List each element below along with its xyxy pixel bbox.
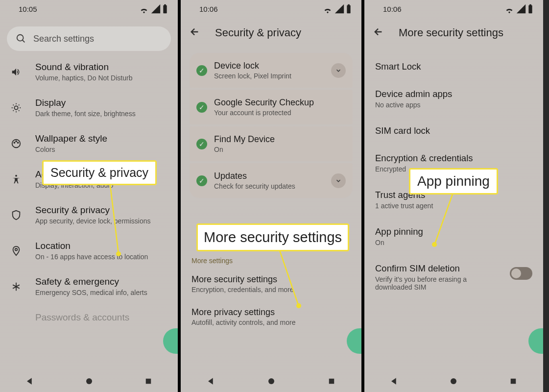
more-security-settings-row[interactable]: More security settings Encryption, crede… (181, 268, 361, 300)
nav-recent-icon[interactable] (327, 377, 336, 386)
wifi-icon (322, 3, 333, 14)
row-title: App pinning (375, 226, 532, 237)
row-title: Security & privacy (35, 205, 151, 216)
updates-card[interactable]: ✓ UpdatesCheck for security updates (190, 163, 353, 198)
card-title: Updates (214, 171, 295, 181)
nav-back-icon[interactable] (390, 377, 399, 386)
check-icon: ✓ (196, 139, 207, 149)
passwords-accounts-row[interactable]: Passwords & accounts (0, 304, 178, 323)
svg-rect-20 (529, 4, 531, 6)
toggle-off[interactable] (510, 267, 532, 280)
svg-point-16 (268, 378, 274, 384)
display-row[interactable]: DisplayDark theme, font size, brightness (0, 90, 178, 125)
svg-rect-12 (145, 379, 151, 384)
svg-point-11 (86, 378, 92, 384)
nav-back-icon[interactable] (25, 377, 34, 386)
row-subtitle: Encryption, credentials, and more (191, 286, 351, 294)
row-title: More privacy settings (191, 307, 351, 318)
search-icon (16, 33, 26, 44)
svg-rect-1 (164, 4, 166, 6)
row-title: Passwords & accounts (35, 312, 129, 323)
row-title: SIM card lock (375, 125, 532, 136)
row-subtitle: On - 16 apps have access to location (35, 253, 148, 261)
status-icons (504, 3, 533, 14)
nav-home-icon[interactable] (449, 377, 458, 386)
nav-recent-icon[interactable] (509, 377, 518, 386)
row-subtitle: Emergency SOS, medical info, alerts (35, 289, 147, 296)
page-title: Security & privacy (215, 26, 301, 39)
row-subtitle: Verify it's you before erasing a downloa… (375, 275, 483, 291)
row-subtitle: Volume, haptics, Do Not Disturb (35, 74, 132, 82)
fab-partial[interactable] (163, 328, 178, 354)
sim-card-lock-row[interactable]: SIM card lock (364, 117, 543, 145)
row-title: Location (35, 241, 148, 251)
clock: 10:05 (19, 5, 37, 13)
svg-point-9 (15, 174, 17, 176)
row-title: Safety & emergency (35, 276, 147, 287)
settings-list: Sound & vibrationVolume, haptics, Do Not… (0, 51, 178, 326)
find-my-device-card[interactable]: ✓ Find My DeviceOn (190, 126, 353, 161)
svg-point-10 (15, 248, 18, 250)
status-cards: ✓ Device lockScreen lock, Pixel Imprint … (190, 53, 353, 198)
check-icon: ✓ (196, 175, 207, 186)
svg-rect-17 (329, 379, 334, 384)
callout-more-security: More security settings (196, 223, 349, 251)
confirm-sim-deletion-row[interactable]: Confirm SIM deletion Verify it's you bef… (364, 255, 543, 299)
row-subtitle: On (375, 239, 532, 246)
status-icons (322, 3, 352, 14)
page-title: More security settings (399, 26, 503, 39)
status-icons (139, 3, 168, 14)
wifi-icon (504, 3, 515, 14)
chevron-down-icon[interactable] (331, 63, 346, 78)
back-button[interactable] (373, 26, 387, 39)
battery-icon (346, 3, 352, 14)
clock: 10:06 (383, 5, 402, 13)
wifi-icon (139, 3, 149, 14)
smart-lock-row[interactable]: Smart Lock (364, 53, 543, 80)
card-title: Device lock (214, 61, 291, 71)
chevron-down-icon[interactable] (331, 173, 346, 188)
svg-point-2 (17, 35, 24, 41)
svg-rect-14 (347, 5, 350, 14)
card-subtitle: Screen lock, Pixel Imprint (214, 72, 291, 80)
clock: 10:06 (199, 5, 218, 13)
more-privacy-settings-row[interactable]: More privacy settings Autofill, activity… (181, 300, 361, 333)
battery-icon (527, 3, 533, 14)
back-button[interactable] (190, 26, 203, 39)
google-security-checkup-card[interactable]: ✓ Google Security CheckupYour account is… (190, 90, 353, 124)
row-subtitle: 1 active trust agent (375, 202, 532, 210)
accessibility-icon (9, 174, 24, 185)
wallpaper-row[interactable]: Wallpaper & styleColors (0, 125, 178, 161)
card-title: Google Security Checkup (214, 98, 314, 108)
location-row[interactable]: LocationOn - 16 apps have access to loca… (0, 233, 178, 269)
row-subtitle: App security, device lock, permissions (35, 217, 151, 225)
nav-back-icon[interactable] (207, 377, 215, 386)
svg-point-6 (14, 142, 15, 143)
shield-icon (9, 210, 24, 220)
palette-icon (9, 138, 24, 149)
fab-partial[interactable] (528, 328, 543, 354)
svg-point-4 (14, 106, 18, 109)
search-input[interactable]: Search settings (7, 26, 171, 51)
phone-screen-security: 10:06 Security & privacy ✓ Device lockSc… (181, 0, 364, 392)
svg-point-7 (16, 141, 17, 142)
app-pinning-row[interactable]: App pinningOn (364, 218, 543, 255)
check-icon: ✓ (196, 65, 207, 76)
row-subtitle: No active apps (375, 101, 532, 109)
signal-icon (150, 3, 161, 14)
row-title: Wallpaper & style (35, 133, 107, 144)
location-icon (9, 245, 24, 256)
safety-emergency-row[interactable]: Safety & emergencyEmergency SOS, medical… (0, 269, 178, 304)
callout-anchor-dot (116, 251, 121, 256)
sound-vibration-row[interactable]: Sound & vibrationVolume, haptics, Do Not… (0, 54, 178, 90)
callout-security-privacy: Security & privacy (42, 160, 157, 185)
device-admin-apps-row[interactable]: Device admin appsNo active apps (364, 80, 543, 117)
device-lock-card[interactable]: ✓ Device lockScreen lock, Pixel Imprint (190, 53, 353, 88)
security-privacy-row[interactable]: Security & privacyApp security, device l… (0, 197, 178, 233)
row-title: Display (35, 98, 136, 108)
nav-recent-icon[interactable] (144, 377, 153, 386)
nav-home-icon[interactable] (85, 377, 94, 386)
nav-home-icon[interactable] (267, 377, 276, 386)
phone-screen-more-security: 10:06 More security settings Smart Lock … (364, 0, 543, 392)
row-subtitle: Autofill, activity controls, and more (191, 318, 351, 326)
